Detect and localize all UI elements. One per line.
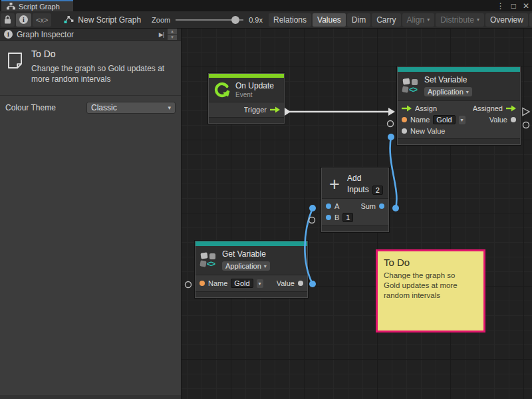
dim-label: Dim (352, 15, 366, 25)
dim-button[interactable]: Dim (347, 13, 370, 27)
node-set-variable[interactable]: <> Set Variable Application ▾ Assign Ass… (397, 66, 521, 145)
name-value-field[interactable]: Gold (231, 279, 253, 288)
value-output-port[interactable] (379, 203, 384, 209)
tab-bar: Script Graph ⋮ □ ✕ (0, 0, 532, 11)
inspector-todo-title: To Do (31, 49, 174, 59)
sticky-note[interactable]: To Do Change the graph so Gold updates a… (376, 249, 485, 332)
port-value-label: Value (277, 279, 295, 287)
zoom-slider[interactable] (176, 16, 243, 24)
lock-icon (4, 15, 11, 24)
port-assigned-label: Assigned (473, 104, 503, 112)
panel-bottom-edge (0, 395, 181, 399)
variable-scope-dropdown[interactable]: Application ▾ (424, 87, 472, 96)
distribute-label: Distribute (440, 15, 474, 25)
zoom-value: 0.9x (249, 16, 263, 24)
node-on-update[interactable]: On Update Event Trigger (208, 73, 285, 124)
align-button[interactable]: Align ▾ (402, 13, 435, 27)
sticky-note-text: Change the graph so Gold updates at more… (384, 271, 464, 301)
fullscreen-button[interactable]: Full S (529, 13, 532, 27)
colour-theme-label: Colour Theme (5, 103, 86, 112)
graph-toolbar: i <x> New Script Graph Zoom 0.9x Relatio… (0, 11, 532, 29)
code-view-button[interactable]: <x> (33, 13, 51, 27)
variable-scope-dropdown[interactable]: Application ▾ (222, 261, 270, 271)
spin-down-icon[interactable]: ▼ (168, 35, 177, 40)
tab-label: Script Graph (19, 3, 60, 11)
relations-label: Relations (273, 15, 307, 25)
script-graph-asset-icon (64, 15, 74, 24)
flow-output-port[interactable] (270, 106, 280, 113)
inspector-toggle-button[interactable]: i (16, 13, 31, 27)
node-get-variable[interactable]: <> Get Variable Application ▾ Name Gold … (195, 241, 308, 298)
inspector-todo-block: To Do Change the graph so Gold updates a… (0, 41, 181, 91)
chevron-down-icon: ▾ (427, 17, 430, 23)
carry-button[interactable]: Carry (372, 13, 400, 27)
distribute-button[interactable]: Distribute ▾ (436, 13, 484, 27)
wire-sum-to-newvalue (388, 134, 399, 211)
graph-icon (7, 3, 15, 10)
info-icon: i (19, 15, 28, 24)
free-port-circle (523, 122, 529, 128)
port-b-label: B (334, 213, 339, 221)
chevron-down-icon: ▾ (264, 263, 267, 269)
inputs-label: Inputs (347, 185, 369, 195)
tab-script-graph[interactable]: Script Graph (1, 0, 73, 11)
chevron-down-icon[interactable]: ▾ (257, 279, 263, 288)
value-output-port[interactable] (298, 281, 303, 286)
graph-canvas[interactable]: On Update Event Trigger <> (182, 29, 532, 399)
sticky-note-icon (7, 49, 23, 72)
port-value-label: Value (489, 116, 507, 124)
variable-icon: <> (402, 78, 420, 95)
lock-button[interactable] (1, 13, 15, 27)
name-value-field[interactable]: Gold (433, 115, 455, 124)
port-assign-label: Assign (415, 104, 437, 112)
new-script-graph-button[interactable]: New Script Graph (59, 13, 146, 27)
spin-up-icon[interactable]: ▲ (168, 29, 177, 34)
variable-accent-bar (398, 67, 520, 72)
chevron-down-icon: ▾ (168, 104, 171, 111)
close-icon[interactable]: ✕ (523, 1, 529, 11)
menu-icon[interactable]: ⋮ (497, 1, 505, 11)
scope-value: Application (428, 88, 464, 96)
value-input-port[interactable] (402, 117, 407, 122)
carry-label: Carry (376, 15, 396, 25)
node-subtitle: Event (235, 91, 274, 98)
colour-theme-value: Classic (91, 103, 117, 112)
value-input-port[interactable] (326, 203, 331, 209)
value-output-port[interactable] (511, 117, 516, 122)
zoom-slider-thumb[interactable] (231, 16, 239, 24)
flow-output-port[interactable] (506, 105, 516, 112)
graph-inspector-header: i Graph Inspector ▶| ▲ ▼ (0, 29, 181, 41)
port-new-value-label: New Value (410, 127, 445, 135)
info-icon: i (4, 30, 13, 39)
overview-button[interactable]: Overview (485, 13, 528, 27)
zoom-label: Zoom (152, 16, 170, 24)
node-add[interactable]: + Add Inputs 2 A Sum B 1 (321, 168, 389, 232)
new-script-graph-label: New Script Graph (78, 15, 141, 25)
wire-trigger-to-assign (285, 108, 395, 116)
value-input-port[interactable] (402, 128, 407, 134)
value-input-port[interactable] (200, 281, 205, 286)
chevron-down-icon[interactable]: ▾ (459, 116, 466, 124)
inspector-spinner[interactable]: ▲ ▼ (168, 29, 177, 40)
colour-theme-dropdown[interactable]: Classic ▾ (86, 102, 176, 114)
b-value-field[interactable]: 1 (342, 213, 353, 222)
align-label: Align (407, 15, 425, 25)
variable-accent-bar (196, 241, 307, 246)
values-button[interactable]: Values (313, 13, 346, 27)
sticky-note-title: To Do (384, 257, 477, 268)
free-port-circle (388, 121, 394, 127)
flow-input-port[interactable] (402, 105, 412, 112)
graph-inspector-title: Graph Inspector (17, 30, 74, 39)
relations-button[interactable]: Relations (269, 13, 311, 27)
port-name-label: Name (410, 116, 430, 124)
free-port-triangle (523, 108, 529, 116)
value-input-port[interactable] (326, 215, 331, 220)
port-trigger-label: Trigger (244, 106, 267, 114)
dock-icon[interactable]: ▶| (159, 31, 164, 38)
code-icon: <x> (36, 16, 48, 24)
colour-theme-row: Colour Theme Classic ▾ (0, 96, 181, 120)
inputs-count-field[interactable]: 2 (372, 186, 383, 195)
maximize-icon[interactable]: □ (511, 1, 516, 11)
node-title: On Update (235, 81, 274, 91)
node-title: Add (347, 174, 383, 184)
